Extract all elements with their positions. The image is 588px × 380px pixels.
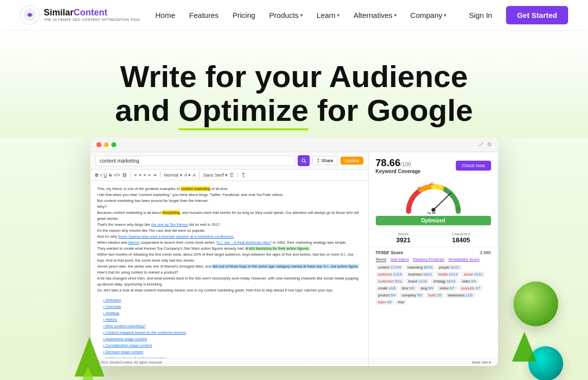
navigation: SimilarContent THE ULTIMATE SEO CONTENT …	[0, 0, 588, 30]
svg-text:78.66: 78.66	[427, 212, 436, 214]
search-button[interactable]	[298, 155, 310, 166]
share-browser-icon: ⤢	[479, 141, 483, 148]
hero-line2-suffix: for Google	[309, 93, 473, 127]
clear-format-icon[interactable]: Ʈ	[242, 173, 245, 178]
format-bar: B I U S </> ⛓ ≡ ≡ ≡ ≡ ⇥ Normal ▾	[90, 170, 368, 181]
sphere-green-icon	[513, 282, 558, 326]
share-button[interactable]: ⤴ Share	[313, 156, 337, 165]
list-item: time 9/9	[400, 285, 417, 291]
browser-icons: ⤢ ⚙	[479, 141, 492, 148]
hero-line2-prefix: and	[115, 93, 178, 127]
nav-features[interactable]: Features	[183, 9, 225, 21]
bold-icon[interactable]: B	[95, 173, 99, 178]
tab-terms[interactable]: Terms	[376, 257, 387, 262]
list-item: free	[396, 299, 407, 305]
getstarted-button[interactable]: Get Started	[506, 6, 568, 24]
chevron-down-icon: ▾	[394, 12, 397, 18]
list-item: marketing 90/53	[405, 265, 435, 270]
text-color-icon[interactable]: A	[193, 173, 196, 178]
chevron-down-icon: ▾	[337, 12, 339, 18]
nav-actions: Sign In Get Started	[461, 6, 568, 24]
logo-icon	[20, 5, 40, 25]
align-left-icon[interactable]: ≡	[134, 173, 137, 178]
tab-readability[interactable]: Readability Score	[448, 257, 480, 262]
svg-line-5	[433, 193, 451, 210]
list-item: products 3/7	[459, 285, 483, 291]
nav-home[interactable]: Home	[150, 9, 181, 21]
list-item: blog 8/8	[418, 285, 435, 291]
search-input[interactable]: content marketing	[95, 156, 295, 166]
list-item: brand 11/10	[406, 279, 429, 284]
svg-text:80: 80	[443, 186, 447, 190]
nav-links: Home Features Pricing Products ▾ Learn ▾…	[150, 9, 452, 21]
nav-company[interactable]: Company ▾	[405, 9, 452, 21]
indent-icon[interactable]: ⇥	[153, 173, 157, 178]
svg-text:100: 100	[455, 207, 461, 210]
hero-heading: Write for your Audience and Optimize for…	[71, 60, 518, 127]
align-justify-icon[interactable]: ≡	[148, 173, 151, 178]
seo-panel: 78.66/100 Keyword Coverage Check Now	[369, 152, 498, 366]
font-style-select[interactable]: Normal ▾	[164, 173, 182, 178]
score-label: Keyword Coverage	[376, 169, 421, 174]
underline-icon[interactable]: U	[104, 173, 107, 178]
hero-section: Write for your Audience and Optimize for…	[0, 30, 588, 137]
tab-subtopics[interactable]: Sub topics	[390, 257, 409, 262]
browser-dots	[96, 142, 116, 147]
list-item: customers 5/12	[376, 279, 405, 284]
code-icon[interactable]: </>	[114, 173, 120, 178]
settings-browser-icon: ⚙	[487, 141, 492, 148]
svg-point-1	[28, 13, 31, 16]
list-item: social 10/13	[461, 272, 485, 277]
editor-area: content marketing ⤴ Share	[90, 152, 498, 366]
list-ordered-icon[interactable]: ⋮	[236, 173, 240, 178]
svg-text:0: 0	[408, 207, 410, 210]
words-stat: Words 3921	[396, 232, 411, 244]
list-icon[interactable]: ☰	[230, 173, 234, 178]
list-item: product 9/6	[376, 292, 398, 298]
nav-alternatives[interactable]: Alternatives ▾	[347, 9, 402, 21]
list-item: audience 11/18	[376, 272, 405, 277]
font-family-select[interactable]: Sans Serif ▾	[203, 173, 228, 178]
logo[interactable]: SimilarContent THE ULTIMATE SEO CONTENT …	[20, 5, 141, 25]
brand-sub: THE ULTIMATE SEO CONTENT OPTIMIZATION TO…	[44, 18, 141, 22]
tab-ranking[interactable]: Ranking Predictor	[413, 257, 445, 262]
brand-content: Content	[74, 7, 107, 17]
optimized-badge: Optimized	[376, 216, 491, 225]
hero-line1: Write for your Audience	[120, 59, 468, 94]
svg-marker-15	[512, 332, 537, 362]
check-now-button[interactable]: Check Now	[456, 161, 491, 171]
hero-optimize: Optimize	[178, 94, 309, 127]
link-icon[interactable]: ⛓	[122, 173, 127, 178]
stats-row: Words 3921 Characters 18405	[369, 228, 498, 247]
minimize-dot	[104, 142, 109, 147]
gauge: 0 40 60 80 100 78.66	[369, 177, 498, 216]
svg-text:60: 60	[430, 182, 434, 186]
list-item: build 2/5	[426, 292, 444, 298]
score-max: /100	[401, 161, 411, 167]
nav-learn[interactable]: Learn ▾	[311, 9, 345, 21]
signin-button[interactable]: Sign In	[461, 8, 500, 22]
italic-icon[interactable]: I	[100, 173, 102, 178]
align-center-icon[interactable]: ≡	[139, 173, 141, 178]
nav-products[interactable]: Products ▾	[263, 9, 309, 21]
browser-bar: ⤢ ⚙	[90, 137, 498, 152]
nav-pricing[interactable]: Pricing	[227, 9, 261, 21]
svg-marker-14	[78, 367, 98, 380]
strikethrough-icon[interactable]: S	[109, 173, 112, 178]
update-button[interactable]: Update	[340, 157, 363, 165]
svg-line-4	[305, 162, 306, 163]
fullscreen-dot	[111, 142, 116, 147]
list-item: business 18/14	[406, 272, 434, 277]
list-item: online 6/7	[437, 285, 457, 291]
list-item: company 5/5	[400, 292, 424, 298]
editor-left: content marketing ⤴ Share	[90, 152, 369, 366]
chars-stat: Characters 18405	[452, 232, 470, 244]
list-item: video 9/9	[459, 279, 478, 284]
font-size-select[interactable]: A ▾	[184, 173, 191, 178]
list-item: people 31/22	[436, 265, 462, 270]
align-right-icon[interactable]: ≡	[144, 173, 146, 178]
hero-visual: ⤢ ⚙ content marketing	[0, 137, 588, 380]
list-item: awareness 11/5	[445, 292, 475, 298]
list-item: learn 4/5	[376, 299, 394, 305]
search-bar: content marketing	[95, 155, 310, 166]
